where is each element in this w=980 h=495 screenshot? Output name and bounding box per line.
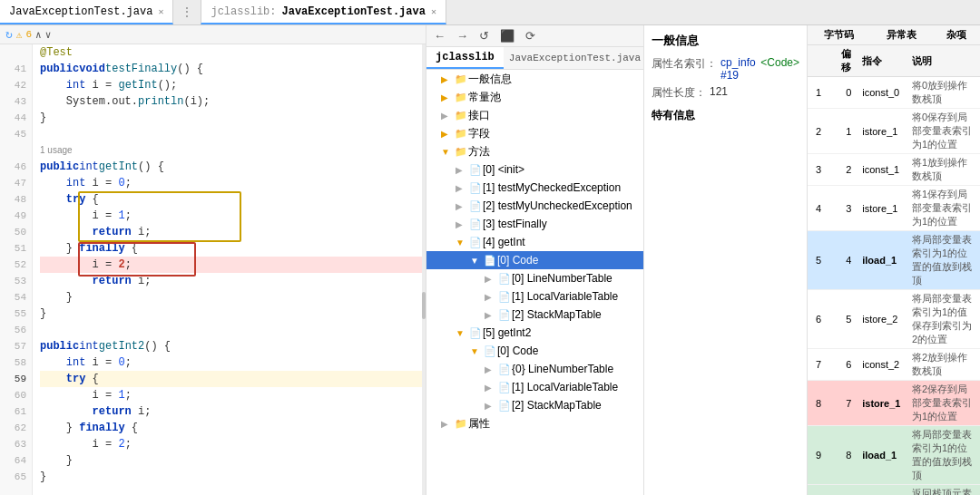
- code-line: i = 2;: [40, 257, 426, 273]
- special-title: 特有信息: [652, 108, 799, 123]
- line-numbers: 41 42 43 44 45 46 47 48 49 50 51 52 53 5…: [0, 44, 33, 495]
- tree-node-testmychecked[interactable]: ▶ 📄 [1] testMyCheckedException: [426, 179, 643, 197]
- nav-back-button[interactable]: ←: [430, 27, 449, 44]
- tree-toolbar[interactable]: ← → ↺ ⬛ ⟳: [426, 25, 643, 47]
- tree-node-linenumber2[interactable]: ▶ 📄 {0} LineNumberTable: [426, 360, 643, 378]
- table-row: 5 4 iload_1 将局部变量表索引为1的位置的值放到栈顶: [808, 231, 980, 290]
- bytecode-info: 一般信息 属性名索引： cp_info #19 <Code> 属性长度： 121…: [644, 25, 808, 495]
- code-line: return i;: [40, 273, 426, 289]
- tree-node-linenumber[interactable]: ▶ 📄 [0] LineNumberTable: [426, 269, 643, 287]
- left-tab[interactable]: JavaExceptionTest.java ✕: [0, 0, 173, 24]
- left-tab-label: JavaExceptionTest.java: [9, 5, 152, 18]
- code-line: return i;: [40, 403, 426, 420]
- left-tab-close[interactable]: ✕: [158, 6, 163, 17]
- tree-node-general[interactable]: ▶ 📁 一般信息: [426, 70, 643, 88]
- refresh-button[interactable]: ↺: [475, 27, 493, 44]
- code-line: }: [40, 469, 426, 485]
- sync-icon[interactable]: ↻: [5, 27, 13, 42]
- col-exception[interactable]: 异常表: [870, 25, 933, 45]
- col-misc[interactable]: 杂项: [933, 25, 980, 45]
- code-line: 1 usage: [40, 142, 426, 159]
- code-line: }: [40, 306, 426, 322]
- warning-count: 6: [25, 29, 32, 40]
- attr-len-value: 121: [710, 85, 728, 101]
- table-row: 1 0 iconst_0 将0放到操作数栈顶: [808, 77, 980, 109]
- table-row: 2 1 istore_1 将0保存到局部变量表索引为1的位置: [808, 109, 980, 154]
- right-tab-label: JavaExceptionTest.java: [281, 5, 425, 18]
- code-line: [40, 322, 426, 338]
- stop-button[interactable]: ⬛: [496, 27, 518, 44]
- tree-node-getint[interactable]: ▼ 📄 [4] getInt: [426, 233, 643, 251]
- tab-separator: ⋮: [173, 5, 201, 20]
- editor-content: 41 42 43 44 45 46 47 48 49 50 51 52 53 5…: [0, 44, 426, 495]
- code-line: int i = 0;: [40, 175, 426, 191]
- code-line: }: [40, 110, 426, 126]
- tree-node-fields[interactable]: ▶ 📁 字段: [426, 124, 643, 142]
- right-tab-prefix: jclasslib:: [211, 5, 276, 18]
- top-bar: JavaExceptionTest.java ✕ ⋮ jclasslib: Ja…: [0, 0, 980, 25]
- code-line: try {: [40, 371, 426, 387]
- tree-content: ▶ 📁 一般信息 ▶ 📁 常量池 ▶ 📁 接口 ▶ 📁 字段 ▼ 📁: [426, 70, 643, 495]
- code-line: public int getInt2() {: [40, 338, 426, 354]
- code-line: }: [40, 452, 426, 469]
- tree-node-getint-code[interactable]: ▼ 📄 [0] Code: [426, 251, 643, 269]
- bytecode-table-wrap[interactable]: 字节码 异常表 杂项: [808, 25, 980, 495]
- code-line: try {: [40, 191, 426, 208]
- table-row: 3 2 iconst_1 将1放到操作数栈顶: [808, 154, 980, 186]
- reload-button[interactable]: ⟳: [522, 27, 539, 44]
- tree-node-methods[interactable]: ▼ 📁 方法: [426, 142, 643, 160]
- table-row: 4 3 istore_1 将1保存到局部变量表索引为1的位置: [808, 186, 980, 231]
- nav-up-icon[interactable]: ∧: [35, 29, 42, 41]
- tree-node-constants[interactable]: ▶ 📁 常量池: [426, 88, 643, 106]
- code-line: }: [40, 289, 426, 306]
- attr-name-label: 属性名索引：: [652, 56, 717, 82]
- code-line: public void testFinally() {: [40, 61, 426, 77]
- info-title: 一般信息: [652, 33, 799, 49]
- attr-len-label: 属性长度：: [652, 85, 706, 101]
- table-row: 8 7 istore_1 将2保存到局部变量表索引为1的位置: [808, 381, 980, 426]
- code-line: i = 2;: [40, 436, 426, 452]
- tree-node-testmyunchecked[interactable]: ▶ 📄 [2] testMyUncheckedException: [426, 197, 643, 215]
- tree-node-getint2[interactable]: ▼ 📄 [5] getInt2: [426, 324, 643, 342]
- attr-name-value: cp_info #19: [720, 56, 757, 82]
- nav-forward-button[interactable]: →: [453, 27, 472, 44]
- bytecode-table: 字节码 异常表 杂项: [808, 25, 980, 495]
- tree-node-init[interactable]: ▶ 📄 [0] <init>: [426, 160, 643, 179]
- right-tab-close[interactable]: ✕: [431, 6, 436, 17]
- code-area[interactable]: @Test public void testFinally() { int i …: [33, 44, 426, 495]
- tree-node-getint2-code[interactable]: ▼ 📄 [0] Code: [426, 342, 643, 360]
- tree-tabs: jclasslib JavaExceptionTest.java ✕: [426, 47, 643, 70]
- code-line: int i = 0;: [40, 354, 426, 371]
- code-line: return i;: [40, 224, 426, 240]
- attr-len-row: 属性长度： 121: [652, 85, 799, 101]
- tree-node-localvar[interactable]: ▶ 📄 [1] LocalVariableTable: [426, 287, 643, 306]
- warning-icon: ⚠: [16, 29, 23, 41]
- table-row: 偏移 指令 说明 1 0 iconst_0 将0放到操作数栈顶 2 1 isto…: [808, 45, 980, 496]
- right-tab[interactable]: jclasslib: JavaExceptionTest.java ✕: [201, 0, 446, 24]
- code-line: public int getInt() {: [40, 159, 426, 175]
- table-row: 6 5 istore_2 将局部变量表索引为1的值保存到索引为2的位置: [808, 290, 980, 349]
- tree-node-interfaces[interactable]: ▶ 📁 接口: [426, 106, 643, 124]
- code-line: i = 1;: [40, 387, 426, 403]
- attr-code: <Code>: [760, 56, 799, 82]
- tree-node-testfinally[interactable]: ▶ 📄 [3] testFinally: [426, 215, 643, 233]
- tree-node-localvar2[interactable]: ▶ 📄 [1] LocalVariableTable: [426, 378, 643, 396]
- table-row: 9 8 iload_1 将局部变量表索引为1的位置的值放到栈顶: [808, 426, 980, 485]
- tab-filename: JavaExceptionTest.java: [504, 51, 646, 65]
- tree-panel: ← → ↺ ⬛ ⟳ jclasslib JavaExceptionTest.ja…: [426, 25, 644, 495]
- table-row: 10 9 ireturn 返回栈顶元素为2，结束: [808, 485, 980, 496]
- code-line: } finally {: [40, 240, 426, 257]
- tree-node-attributes[interactable]: ▶ 📁 属性: [426, 414, 643, 432]
- tree-node-stackmap2[interactable]: ▶ 📄 [2] StackMapTable: [426, 396, 643, 414]
- code-line: [40, 126, 426, 142]
- nav-down-icon[interactable]: ∨: [45, 29, 52, 41]
- code-line: i = 1;: [40, 208, 426, 224]
- editor-toolbar: ↻ ⚠ 6 ∧ ∨: [0, 25, 426, 44]
- code-line: } finally {: [40, 420, 426, 436]
- tab-jclasslib[interactable]: jclasslib: [426, 47, 504, 69]
- code-line: System.out.println(i);: [40, 93, 426, 110]
- code-line: @Test: [40, 44, 426, 61]
- tree-node-stackmap[interactable]: ▶ 📄 [2] StackMapTable: [426, 306, 643, 324]
- col-bytecode[interactable]: 字节码: [808, 25, 870, 45]
- bytecode-top: 一般信息 属性名索引： cp_info #19 <Code> 属性长度： 121…: [644, 25, 980, 495]
